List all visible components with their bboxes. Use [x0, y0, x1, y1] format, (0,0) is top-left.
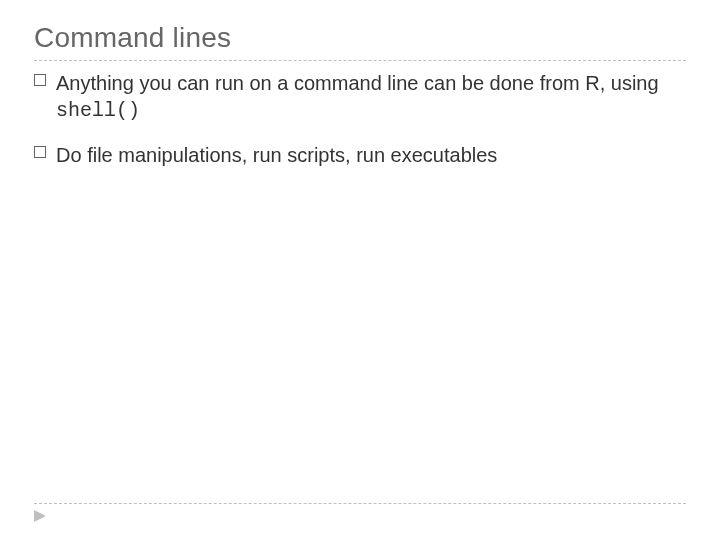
bullet-lead: Do: [56, 144, 82, 166]
bullet-body: file manipulations, run scripts, run exe…: [82, 144, 498, 166]
bullet-text: Anything you can run on a command line c…: [56, 72, 659, 120]
bullet-lead: Anything: [56, 72, 134, 94]
title-divider: [34, 60, 686, 61]
triangle-right-icon: [34, 510, 686, 522]
square-bullet-icon: [34, 146, 46, 158]
bullet-text: Do file manipulations, run scripts, run …: [56, 144, 497, 166]
square-bullet-icon: [34, 74, 46, 86]
list-item: Anything you can run on a command line c…: [34, 71, 686, 123]
bullet-body: you can run on a command line can be don…: [134, 72, 659, 94]
slide-title: Command lines: [34, 22, 686, 54]
list-item: Do file manipulations, run scripts, run …: [34, 143, 686, 169]
slide: Command lines Anything you can run on a …: [0, 0, 720, 540]
code-snippet: shell(): [56, 99, 140, 122]
bullet-list: Anything you can run on a command line c…: [34, 71, 686, 169]
slide-footer: [34, 503, 686, 522]
svg-marker-0: [34, 510, 46, 522]
footer-divider: [34, 503, 686, 504]
